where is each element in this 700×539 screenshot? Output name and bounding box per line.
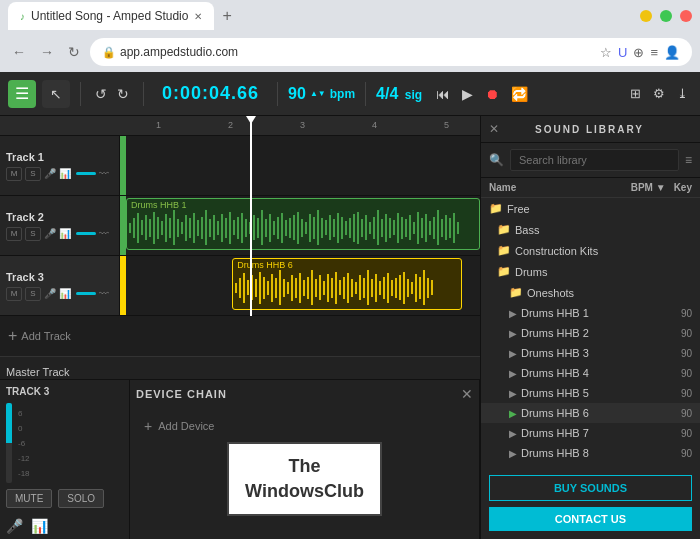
svg-rect-37: [277, 217, 279, 239]
tab-close-icon[interactable]: ✕: [194, 11, 202, 22]
skip-back-button[interactable]: ⏮: [432, 82, 454, 106]
sl-item-hhb2[interactable]: ▶ Drums HHB 2 90: [481, 323, 700, 343]
vol-slider-3[interactable]: [76, 292, 96, 295]
sl-item-hhb7[interactable]: ▶ Drums HHB 7 90: [481, 423, 700, 443]
transport-buttons: ⏮ ▶ ⏺ 🔁: [432, 82, 532, 106]
sl-close-icon[interactable]: ✕: [489, 122, 499, 136]
cursor-button[interactable]: ↖: [42, 80, 70, 108]
add-device-area[interactable]: + Add Device: [136, 410, 473, 442]
svg-rect-62: [377, 210, 379, 245]
svg-rect-119: [379, 281, 381, 295]
master-track-row: Master Track: [0, 356, 480, 379]
clip-drums-hhb6[interactable]: Drums HHB 6: [232, 258, 462, 310]
sl-item-hhb1[interactable]: ▶ Drums HHB 1 90: [481, 303, 700, 323]
mute-button[interactable]: MUTE: [6, 489, 52, 508]
svg-rect-52: [337, 213, 339, 243]
chrome-icon[interactable]: ⊕: [633, 45, 644, 60]
bpm-arrows[interactable]: ▲▼: [310, 89, 326, 98]
mute-btn-1[interactable]: M: [6, 167, 22, 181]
contact-button[interactable]: CONTACT US: [489, 507, 692, 531]
new-tab-button[interactable]: +: [222, 7, 231, 25]
settings-button[interactable]: ⚙: [649, 82, 669, 105]
sl-search: 🔍 ≡: [481, 143, 700, 178]
window-controls: [640, 10, 692, 22]
sl-item-oneshots[interactable]: 📁 Oneshots: [481, 282, 700, 303]
waveform-1: [127, 209, 479, 247]
time-signature: 4/4 sig: [376, 85, 422, 103]
track-controls-2: M S 🎤 📊 〰: [6, 227, 113, 241]
forward-button[interactable]: →: [36, 40, 58, 64]
eq-bottom-icon[interactable]: 📊: [31, 518, 48, 534]
play-button[interactable]: ▶: [458, 82, 477, 106]
svg-rect-89: [259, 272, 261, 304]
record-button[interactable]: ⏺: [481, 82, 503, 106]
sl-item-hhb5[interactable]: ▶ Drums HHB 5 90: [481, 383, 700, 403]
volume-fader[interactable]: [6, 403, 12, 483]
solo-button[interactable]: SOLO: [58, 489, 104, 508]
mic-bottom-icon[interactable]: 🎤: [6, 518, 23, 534]
clip-drums-hhb1[interactable]: Drums HHB 1: [126, 198, 480, 250]
sl-item-hhb6[interactable]: ▶ Drums HHB 6 90: [481, 403, 700, 423]
sl-header: ✕ SOUND LIBRARY: [481, 116, 700, 143]
undo-button[interactable]: ↺: [91, 82, 111, 106]
loop-button[interactable]: 🔁: [507, 82, 532, 106]
sl-footer: BUY SOUNDS CONTACT US: [481, 467, 700, 539]
search-input[interactable]: [510, 149, 679, 171]
back-button[interactable]: ←: [8, 40, 30, 64]
filter-button[interactable]: ≡: [685, 153, 692, 167]
solo-btn-2[interactable]: S: [25, 227, 41, 241]
svg-rect-58: [361, 219, 363, 237]
sl-item-construction-kits[interactable]: 📁 Construction Kits: [481, 240, 700, 261]
svg-rect-1: [133, 218, 135, 238]
profile-icon[interactable]: 👤: [664, 45, 680, 60]
add-track-row[interactable]: + Add Track: [0, 316, 480, 356]
sl-item-free[interactable]: 📁 Free: [481, 198, 700, 219]
svg-rect-9: [165, 214, 167, 242]
playhead-triangle: [246, 116, 256, 124]
minimize-button[interactable]: [640, 10, 652, 22]
buy-sounds-button[interactable]: BUY SOUNDS: [489, 475, 692, 501]
close-button[interactable]: [680, 10, 692, 22]
svg-rect-78: [441, 219, 443, 237]
maximize-button[interactable]: [660, 10, 672, 22]
svg-rect-70: [409, 215, 411, 240]
refresh-button[interactable]: ↻: [64, 40, 84, 64]
solo-btn-3[interactable]: S: [25, 287, 41, 301]
ext-icon[interactable]: U: [618, 45, 627, 60]
export-button[interactable]: ⤓: [673, 82, 692, 105]
play-icon-hhb4: ▶: [509, 368, 517, 379]
browser-tab[interactable]: ♪ Untitled Song - Amped Studio ✕: [8, 2, 214, 30]
url-bar[interactable]: 🔒 app.ampedstudio.com ☆ U ⊕ ≡ 👤: [90, 38, 692, 66]
menu-button[interactable]: ☰: [8, 80, 36, 108]
star-icon[interactable]: ☆: [600, 45, 612, 60]
sl-item-bass[interactable]: 📁 Bass: [481, 219, 700, 240]
device-chain-close-button[interactable]: ✕: [461, 386, 473, 402]
mix-button[interactable]: ⊞: [626, 82, 645, 105]
vol-slider-1[interactable]: [76, 172, 96, 175]
redo-button[interactable]: ↻: [113, 82, 133, 106]
svg-rect-130: [423, 270, 425, 305]
track-controls-3: M S 🎤 📊 〰: [6, 287, 113, 301]
sig-value: 4/4: [376, 85, 398, 102]
ruler-mark-2: 2: [228, 120, 233, 130]
sl-item-hhb3[interactable]: ▶ Drums HHB 3 90: [481, 343, 700, 363]
ext2-icon[interactable]: ≡: [650, 45, 658, 60]
svg-rect-66: [393, 220, 395, 235]
toolbar: ☰ ↖ ↺ ↻ 0:00:04.66 90 ▲▼ bpm 4/4 sig ⏮ ▶…: [0, 72, 700, 116]
svg-rect-96: [287, 282, 289, 294]
svg-rect-77: [437, 210, 439, 245]
mute-btn-3[interactable]: M: [6, 287, 22, 301]
sl-item-hhb4[interactable]: ▶ Drums HHB 4 90: [481, 363, 700, 383]
svg-rect-22: [217, 221, 219, 235]
svg-rect-15: [189, 218, 191, 238]
folder-icon-oneshots: 📁: [509, 286, 523, 299]
add-device-plus-icon: +: [144, 418, 152, 434]
mute-btn-2[interactable]: M: [6, 227, 22, 241]
sl-item-drums[interactable]: 📁 Drums: [481, 261, 700, 282]
solo-btn-1[interactable]: S: [25, 167, 41, 181]
sl-item-hhb8[interactable]: ▶ Drums HHB 8 90: [481, 443, 700, 463]
col-bpm: BPM ▼: [631, 182, 666, 193]
svg-rect-21: [213, 215, 215, 240]
vol-slider-2[interactable]: [76, 232, 96, 235]
svg-rect-122: [391, 280, 393, 296]
